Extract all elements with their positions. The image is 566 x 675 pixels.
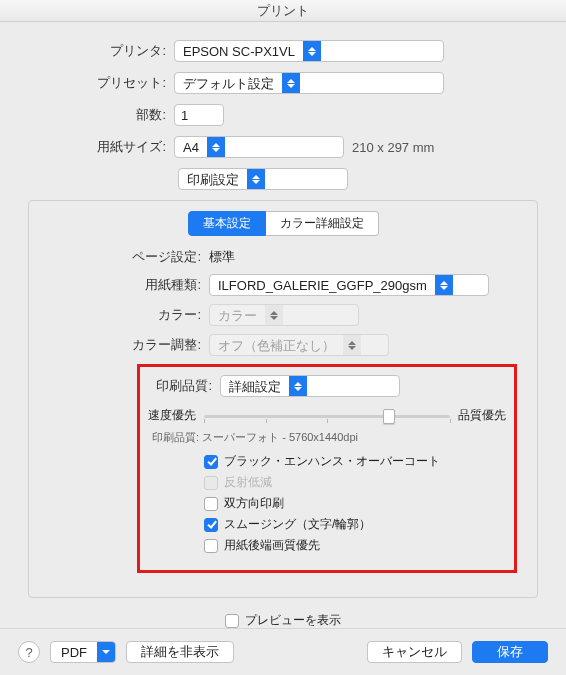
preset-value: デフォルト設定: [175, 73, 282, 93]
pdf-label: PDF: [51, 642, 97, 662]
preview-label: プレビューを表示: [245, 612, 341, 629]
printer-label: プリンタ:: [24, 42, 174, 60]
dropdown-caret-icon: [289, 376, 307, 396]
print-settings-panel: 基本設定 カラー詳細設定 ページ設定: 標準 用紙種類: ILFORD_GALE…: [28, 200, 538, 598]
printer-select[interactable]: EPSON SC-PX1VL: [174, 40, 444, 62]
bidirectional-row[interactable]: 双方向印刷: [204, 495, 506, 512]
color-label: カラー:: [39, 306, 209, 324]
copies-label: 部数:: [24, 106, 174, 124]
trailing-edge-label: 用紙後端画質優先: [224, 537, 320, 554]
tab-advanced-color[interactable]: カラー詳細設定: [266, 211, 379, 236]
color-adjust-label: カラー調整:: [39, 336, 209, 354]
quality-readout: 印刷品質: スーパーフォト - 5760x1440dpi: [152, 430, 506, 445]
help-icon: ?: [25, 645, 32, 660]
reflection-label: 反射低減: [224, 474, 272, 491]
smoothing-row[interactable]: スムージング（文字/輪郭）: [204, 516, 506, 533]
reflection-checkbox: [204, 476, 218, 490]
dropdown-caret-icon: [282, 73, 300, 93]
window-title: プリント: [257, 3, 309, 18]
toggle-details-button[interactable]: 詳細を非表示: [126, 641, 234, 663]
black-enhance-checkbox[interactable]: [204, 455, 218, 469]
dialog-content: プリンタ: EPSON SC-PX1VL プリセット: デフォルト設定 部数: …: [0, 22, 566, 629]
quality-priority-label: 品質優先: [458, 407, 506, 424]
dropdown-caret-icon: [207, 137, 225, 157]
tab-basic[interactable]: 基本設定: [188, 211, 266, 236]
color-adjust-select: オフ（色補正なし）: [209, 334, 389, 356]
dropdown-caret-icon: [343, 335, 361, 355]
paper-size-select[interactable]: A4: [174, 136, 344, 158]
copies-input[interactable]: 1: [174, 104, 224, 126]
black-enhance-row[interactable]: ブラック・エンハンス・オーバーコート: [204, 453, 506, 470]
media-type-select[interactable]: ILFORD_GALERIE_GGFP_290gsm: [209, 274, 489, 296]
trailing-edge-checkbox[interactable]: [204, 539, 218, 553]
pdf-menu-button[interactable]: PDF: [50, 641, 116, 663]
dropdown-caret-icon: [303, 41, 321, 61]
print-quality-value: 詳細設定: [221, 376, 289, 396]
print-quality-label: 印刷品質:: [148, 377, 220, 395]
preset-select[interactable]: デフォルト設定: [174, 72, 444, 94]
cancel-button[interactable]: キャンセル: [367, 641, 462, 663]
media-type-label: 用紙種類:: [39, 276, 209, 294]
smoothing-label: スムージング（文字/輪郭）: [224, 516, 371, 533]
paper-dimensions: 210 x 297 mm: [352, 140, 434, 155]
dropdown-caret-icon: [435, 275, 453, 295]
smoothing-checkbox[interactable]: [204, 518, 218, 532]
preview-row[interactable]: プレビューを表示: [225, 612, 341, 629]
paper-size-value: A4: [175, 137, 207, 157]
printer-value: EPSON SC-PX1VL: [175, 41, 303, 61]
color-select: カラー: [209, 304, 359, 326]
speed-priority-label: 速度優先: [148, 407, 196, 424]
dropdown-caret-icon: [265, 305, 283, 325]
color-adjust-value: オフ（色補正なし）: [210, 335, 343, 355]
section-select[interactable]: 印刷設定: [178, 168, 348, 190]
bidirectional-checkbox[interactable]: [204, 497, 218, 511]
color-value: カラー: [210, 305, 265, 325]
black-enhance-label: ブラック・エンハンス・オーバーコート: [224, 453, 440, 470]
paper-size-label: 用紙サイズ:: [24, 138, 174, 156]
preview-checkbox[interactable]: [225, 614, 239, 628]
window-titlebar: プリント: [0, 0, 566, 22]
dropdown-caret-icon: [247, 169, 265, 189]
section-value: 印刷設定: [179, 169, 247, 189]
preset-label: プリセット:: [24, 74, 174, 92]
slider-thumb[interactable]: [383, 409, 395, 424]
chevron-down-icon: [97, 642, 115, 662]
settings-tabs: 基本設定 カラー詳細設定: [39, 211, 527, 236]
trailing-edge-row[interactable]: 用紙後端画質優先: [204, 537, 506, 554]
page-setup-value: 標準: [209, 248, 235, 266]
help-button[interactable]: ?: [18, 641, 40, 663]
quality-slider-row: 速度優先 品質優先: [148, 407, 506, 424]
page-setup-label: ページ設定:: [39, 248, 209, 266]
bidirectional-label: 双方向印刷: [224, 495, 284, 512]
quality-highlight-box: 印刷品質: 詳細設定 速度優先 品質優先: [137, 364, 517, 573]
save-button[interactable]: 保存: [472, 641, 548, 663]
quality-slider[interactable]: [204, 408, 450, 424]
media-type-value: ILFORD_GALERIE_GGFP_290gsm: [210, 275, 435, 295]
bottom-toolbar: ? PDF 詳細を非表示 キャンセル 保存: [0, 628, 566, 675]
reflection-row: 反射低減: [204, 474, 506, 491]
print-quality-select[interactable]: 詳細設定: [220, 375, 400, 397]
